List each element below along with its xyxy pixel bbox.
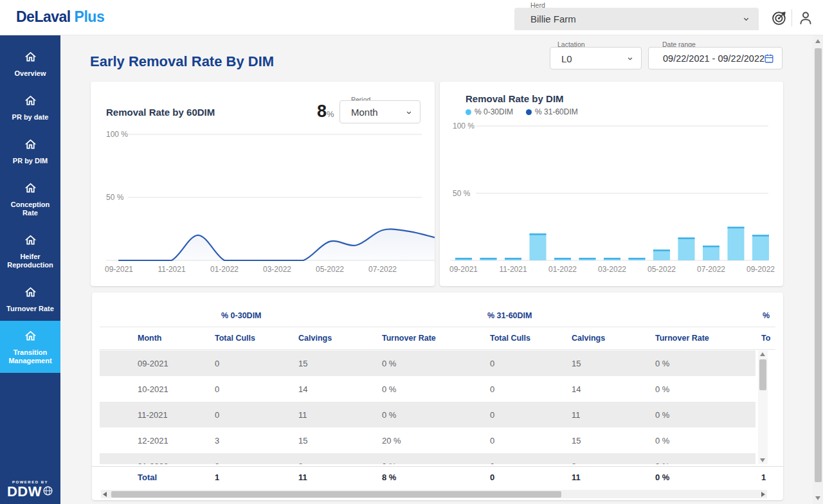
chevron-down-icon xyxy=(626,54,635,66)
home-icon xyxy=(24,50,37,64)
sidebar: OverviewPR by datePR by DIMConception Ra… xyxy=(0,35,60,504)
table-row: 01-2022080 %080 % xyxy=(92,453,783,464)
table-cell: 0 xyxy=(215,410,219,420)
delaval-plus-logo: DeLaval Plus xyxy=(16,8,104,26)
table-divider xyxy=(100,349,775,350)
topbar-divider xyxy=(791,9,792,26)
sidebar-item-pr-by-date[interactable]: PR by date xyxy=(0,86,60,129)
table-cell: 0 % xyxy=(655,410,669,420)
page-title: Early Removal Rate By DIM xyxy=(90,53,274,70)
home-icon xyxy=(24,285,37,299)
table-column-header: Month xyxy=(138,334,161,343)
ddw-brand-text: DDW xyxy=(7,485,42,499)
svg-text:05-2022: 05-2022 xyxy=(316,265,344,274)
scroll-up-arrow[interactable] xyxy=(760,352,765,356)
table-cell: 0 xyxy=(215,462,219,464)
table-total-cell: 1 xyxy=(761,473,766,482)
table-total-cell: 11 xyxy=(572,473,581,482)
table-horizontal-scrollbar[interactable] xyxy=(101,490,767,498)
sidebar-nav: OverviewPR by datePR by DIMConception Ra… xyxy=(0,35,60,373)
table-column-header: Total Culls xyxy=(215,334,255,343)
table-cell: 12-2021 xyxy=(138,436,168,446)
table-total-cell: 1 xyxy=(215,473,219,482)
table-column-header: Total Culls xyxy=(490,334,530,343)
scroll-left-arrow[interactable] xyxy=(103,492,107,497)
sidebar-item-turnover-rate[interactable]: Turnover Rate xyxy=(0,277,60,321)
page-vertical-scrollbar[interactable] xyxy=(813,35,823,504)
sidebar-item-pr-by-dim[interactable]: PR by DIM xyxy=(0,129,60,173)
table-group-label: % 0-30DIM xyxy=(221,311,262,320)
scroll-up-arrow[interactable] xyxy=(815,39,820,43)
table-cell: 0 % xyxy=(655,462,669,464)
sidebar-item-transition-management[interactable]: Transition Management xyxy=(0,321,60,373)
scroll-right-arrow[interactable] xyxy=(761,492,765,497)
home-icon xyxy=(24,329,37,343)
table-column-header: Turnover Rate xyxy=(655,334,709,343)
table-cell: 10-2021 xyxy=(138,384,168,394)
removal-rate-dim-card: Removal Rate by DIM % 0-30DIM% 31-60DIM … xyxy=(440,82,783,286)
table-group-label: % xyxy=(763,311,770,320)
table-column-header: To xyxy=(761,334,770,343)
home-icon xyxy=(24,138,37,151)
table-cell: 15 xyxy=(572,359,581,368)
svg-text:50 %: 50 % xyxy=(453,189,471,198)
svg-text:09-2021: 09-2021 xyxy=(105,265,133,274)
table-cell: 09-2021 xyxy=(138,359,168,368)
sidebar-item-conception-rate[interactable]: Conception Rate xyxy=(0,173,60,225)
svg-text:07-2022: 07-2022 xyxy=(368,265,397,274)
table-total-cell: Total xyxy=(138,473,157,482)
sidebar-item-heifer-reproduction[interactable]: Heifer Reproduction xyxy=(0,225,60,277)
home-icon xyxy=(24,94,37,107)
table-cell: 20 % xyxy=(382,436,401,446)
svg-text:11-2021: 11-2021 xyxy=(499,265,527,274)
table-column-header: Turnover Rate xyxy=(382,334,436,343)
table-vscroll-thumb[interactable] xyxy=(759,359,766,390)
table-cell: 0 % xyxy=(382,359,396,368)
table-cell: 11 xyxy=(298,410,307,420)
app-window: DeLaval Plus Herd Billie Farm xyxy=(0,0,823,504)
total-row-divider xyxy=(92,466,783,467)
table-cell: 0 % xyxy=(382,410,396,420)
bar-0-30dim xyxy=(728,227,745,260)
table-cell: 0 xyxy=(490,384,494,394)
table-cell: 0 xyxy=(490,462,494,464)
page-vscroll-thumb[interactable] xyxy=(815,48,822,482)
user-profile-icon[interactable] xyxy=(797,9,815,27)
removal-rate-60dim-card: Removal Rate by 60DIM 8% Period Month 10… xyxy=(91,82,435,286)
table-cell: 3 xyxy=(215,436,219,446)
herd-select-value: Billie Farm xyxy=(530,14,576,24)
svg-text:01-2022: 01-2022 xyxy=(548,265,577,274)
svg-text:100 %: 100 % xyxy=(453,122,475,130)
table-cell: 0 % xyxy=(655,359,669,368)
table-cell: 14 xyxy=(572,384,581,394)
table-hscroll-thumb[interactable] xyxy=(111,491,561,498)
table-row: 11-20210110 %0110 % xyxy=(92,402,783,428)
table-cell: 0 xyxy=(215,384,219,394)
table-cell: 8 xyxy=(298,462,303,464)
home-icon xyxy=(24,181,37,195)
sidebar-item-overview[interactable]: Overview xyxy=(0,42,60,86)
table-cell: 0 xyxy=(490,359,494,368)
table-cell: 15 xyxy=(572,436,581,446)
date-range-value: 09/22/2021 - 09/22/2022 xyxy=(663,53,764,64)
calendar-icon[interactable] xyxy=(763,53,775,67)
goal-target-icon[interactable] xyxy=(770,9,788,27)
table-body: 09-20210150 %0150 %10-20210140 %0140 %11… xyxy=(92,350,783,464)
svg-text:01-2022: 01-2022 xyxy=(210,265,239,274)
removal-table-card: % 0-30DIM% 31-60DIM% MonthTotal CullsCal… xyxy=(92,292,783,500)
svg-text:03-2022: 03-2022 xyxy=(598,265,626,274)
table-total-cell: 11 xyxy=(298,473,307,482)
table-cell: 11-2021 xyxy=(138,410,168,420)
table-total-cell: 8 % xyxy=(382,473,396,482)
table-column-header: Calvings xyxy=(572,334,605,343)
scroll-down-arrow[interactable] xyxy=(760,458,765,462)
table-cell: 15 xyxy=(298,436,307,446)
svg-text:50 %: 50 % xyxy=(106,193,124,202)
globe-icon xyxy=(42,484,53,499)
lactation-select[interactable]: L0 xyxy=(550,47,642,69)
date-range-picker[interactable]: 09/22/2021 - 09/22/2022 xyxy=(648,47,782,69)
scroll-down-arrow[interactable] xyxy=(815,496,820,500)
svg-text:09-2022: 09-2022 xyxy=(746,265,775,274)
table-vertical-scrollbar[interactable] xyxy=(758,350,768,464)
herd-select[interactable]: Billie Farm xyxy=(514,8,759,30)
